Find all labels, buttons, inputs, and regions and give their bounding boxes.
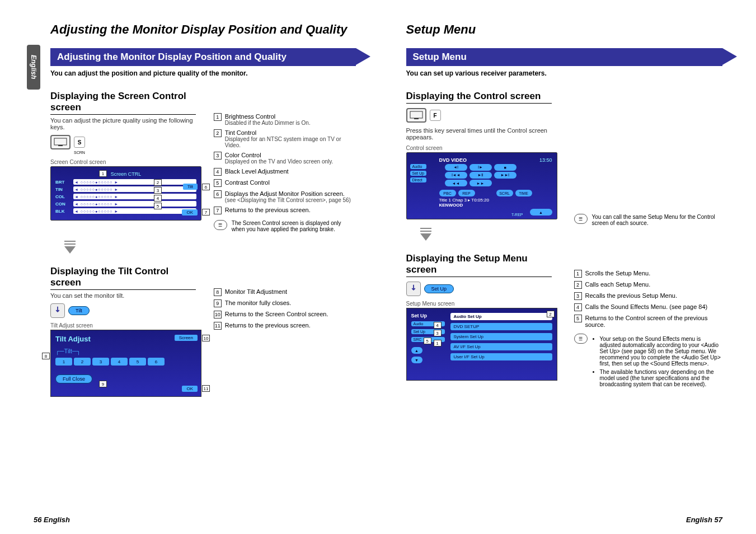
tag-scrl: SCRL [496,190,513,196]
menu-audio-setup: Audio Set Up [450,313,552,320]
item-10: 10Returns to the Screen Control screen. [214,311,356,318]
svg-rect-3 [414,118,419,119]
tilt-screen-btn: Tilt [183,184,198,190]
svg-rect-2 [410,111,422,118]
touch-icon [50,303,65,318]
dvd-info1: Title 1 Chap 3 ▸ T0:05:20 [439,198,552,203]
menu-dvd-setup: DVD SETUP [450,323,552,330]
heading-screen-control: Displaying the Screen Control screen [50,91,196,115]
item-9: 9The monitor fully closes. [214,299,356,307]
r-item-5: 5Returns to the Control screen of the pr… [574,315,723,328]
r-item-1: 1Scrolls the Setup Menu. [574,270,723,278]
setup-menu-mock: Set Up Audio Set Up SRC ▲ ▼ Audio Set Up… [406,308,557,381]
ok-screen-btn: OK [182,209,198,216]
tilt-screen-label: Tilt Adjust screen [50,322,197,329]
screen-ctrl-title: Screen CTRL [55,171,196,177]
menu-avif-setup: AV I/F Set Up [450,343,552,350]
dvd-time: 13:50 [539,157,552,163]
f-key-icon: F [430,110,441,121]
tilt-pill: Tilt [68,306,90,315]
tilt-3: 3 [92,358,109,366]
r-item-3: 3Recalls the previous Setup Menu. [574,292,723,300]
tag-rep: REP [458,190,475,196]
menu-system-setup: System Set Up [450,333,552,340]
heading-tilt: Displaying the Tilt Control screen [50,266,196,290]
r-item-2: 2Calls each Setup Menu. [574,281,723,289]
setup-pill: Set Up [424,284,454,293]
left-footer: 56 English [34,516,70,524]
note-3: ☰ Your setup on the Sound Effects menu i… [574,334,723,390]
dvd-side-setup: Set Up [410,171,426,176]
svg-rect-1 [58,145,63,146]
arrow-down-icon [62,238,78,255]
tilt-ok-btn: OK [182,386,198,392]
menu-userif-setup: User I/F Set Up [450,353,552,360]
dvd-trep: T-REP [511,213,523,217]
f-key-label: F [433,113,436,119]
s-key-icon: S [74,137,85,148]
right-page-title: Setup Menu [406,22,723,37]
tag-time: TIME [515,190,532,196]
setup-screen-label: Setup Menu screen [406,301,557,307]
slider-brt: BRT [55,180,71,185]
slider-con: CON [55,202,71,207]
tilt-4: 4 [111,358,128,366]
control-screen-label: Control screen [406,145,557,151]
note-2: ☰ You can call the same Setup Menu for t… [574,214,723,226]
screen-control-label: Screen Control screen [50,159,197,165]
item-6: 6Displays the Adjust Monitor Position sc… [214,190,356,203]
text-control-screen: Press this key several times until the C… [406,127,552,140]
dvd-up-btn: ▲ [530,209,552,216]
item-8: 8Monitor Tilt Adjustment [214,288,356,296]
r-item-4: 4Calls the Sound Effects Menu. (see page… [574,303,723,311]
arrow-down-icon-2 [417,225,434,242]
monitor-icon [50,135,71,149]
note-icon-3: ☰ [574,334,588,344]
dvd-screen-mock: Audio Set Up Direct DVD VIDEO 13:50 ◄ⅠⅠ►… [406,152,557,219]
right-page: Setup Menu Setup Menu You can set up var… [378,0,757,534]
note-icon: ☰ [214,220,227,230]
left-intro: You can adjust the position and picture … [50,69,356,77]
tilt-2: 2 [74,358,91,366]
text-screen-control: You can adjust the picture quality using… [50,117,196,130]
dvd-title: DVD VIDEO [439,157,467,163]
svg-rect-0 [54,138,67,145]
right-intro: You can set up various receiver paramete… [406,69,723,77]
dvd-info2: KENWOOD [439,203,552,208]
item-5: 5Contrast Control [214,179,356,187]
bullet-1: Your setup on the Sound Effects menu is … [600,336,723,367]
item-2: 2Tint ControlDisplayed for an NTSC syste… [214,129,356,148]
left-page: Adjusting the Monitor Display Position a… [0,0,378,534]
bullet-2: The available functions vary depending o… [600,369,723,387]
slider-tin: TIN [55,187,71,192]
setup-title: Set Up [411,313,445,318]
right-footer: English 57 [686,516,722,524]
tilt-1: 1 [55,358,72,366]
touch-icon-2 [406,282,421,296]
slider-blk: BLK [55,209,71,214]
scrn-label: SCRN [74,151,197,154]
tilt-sub: ┌─Tilt─┐ [55,348,196,354]
full-close-btn: Full Close [55,374,92,383]
heading-setup-menu: Displaying the Setup Menu screen [406,253,552,277]
s-key-label: S [78,139,82,146]
dvd-side-direct: Direct [410,177,426,182]
tilt-mock: Tilt Adjust Screen ┌─Tilt─┐ 1 2 3 4 5 6 … [50,330,201,397]
slider-col: COL [55,194,71,199]
left-banner: Adjusting the Monitor Display Position a… [50,48,356,66]
item-3: 3Color ControlDisplayed on the TV and Vi… [214,152,356,165]
tilt-6: 6 [148,358,165,366]
tilt-5: 5 [129,358,146,366]
item-11: 11Returns to the previous screen. [214,322,356,330]
screen-control-mock: Screen CTRL BRT◄ ○○○○○●○○○○○ ► TIN◄ ○○○○… [50,166,201,221]
dvd-side-audio: Audio [410,164,426,169]
tag-pbc: PBC [439,190,456,196]
left-page-title: Adjusting the Monitor Display Position a… [50,22,356,37]
right-banner: Setup Menu [406,48,723,66]
item-1: 1Brightness ControlDisabled if the Auto … [214,113,356,126]
note-1: ☰ The Screen Control screen is displayed… [214,220,356,232]
item-7: 7Returns to the previous screen. [214,207,356,214]
monitor-icon-2 [406,108,426,123]
text-tilt: You can set the monitor tilt. [50,292,196,299]
note-icon-2: ☰ [574,214,588,224]
